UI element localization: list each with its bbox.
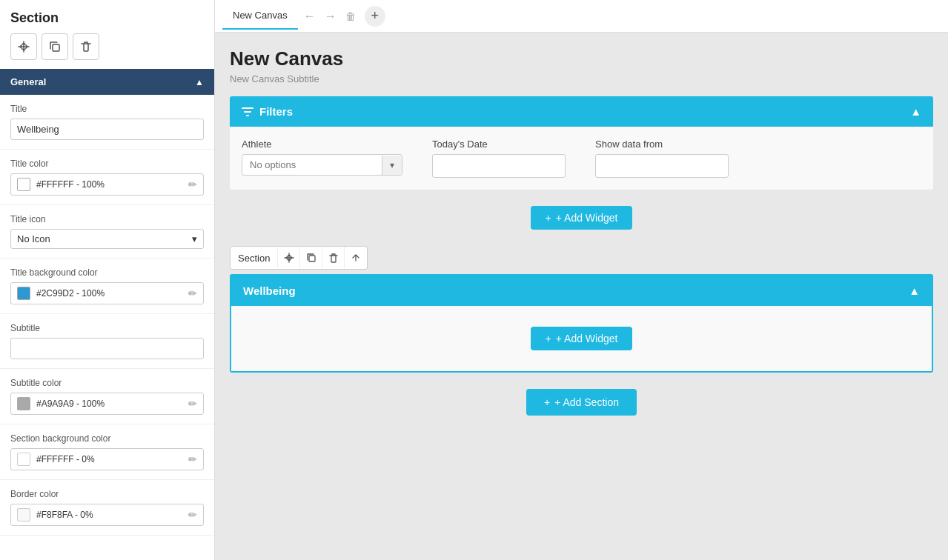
title-bg-color-swatch xyxy=(17,287,30,300)
todays-date-label: Today's Date xyxy=(432,139,566,150)
section-move-button[interactable] xyxy=(278,247,300,269)
canvas-subtitle: New Canvas Subtitle xyxy=(230,73,933,84)
subtitle-color-edit-icon[interactable]: ✏ xyxy=(188,398,197,410)
subtitle-color-group: Subtitle color #A9A9A9 - 100% ✏ xyxy=(0,369,214,424)
title-bg-color-edit-icon[interactable]: ✏ xyxy=(188,287,197,299)
subtitle-label: Subtitle xyxy=(10,323,204,333)
section-bg-color-value: #FFFFFF - 0% xyxy=(36,454,95,464)
delete-button[interactable] xyxy=(73,33,99,60)
right-panel: New Canvas ← → 🗑 + New Canvas New Canvas… xyxy=(215,0,948,560)
tab-new-canvas[interactable]: New Canvas xyxy=(222,2,298,30)
section-bg-color-row[interactable]: #FFFFFF - 0% ✏ xyxy=(10,448,204,470)
show-data-from-filter: Show data from xyxy=(595,139,729,178)
svg-rect-1 xyxy=(309,256,315,261)
wellbeing-body: + + Add Widget xyxy=(231,306,932,371)
title-bg-color-label: Title background color xyxy=(10,267,204,278)
section-bg-color-group: Section background color #FFFFFF - 0% ✏ xyxy=(0,424,214,480)
todays-date-filter: Today's Date xyxy=(432,139,566,178)
title-bg-color-group: Title background color #2C99D2 - 100% ✏ xyxy=(0,259,214,314)
general-section-header[interactable]: General ▲ xyxy=(0,69,214,95)
move-button[interactable] xyxy=(10,33,37,60)
subtitle-color-swatch xyxy=(17,397,30,410)
border-color-value: #F8F8FA - 0% xyxy=(36,510,93,520)
wellbeing-section: Wellbeing ▲ + + Add Widget xyxy=(230,274,933,373)
section-toolbar: Section xyxy=(230,246,368,270)
athlete-input[interactable] xyxy=(242,155,382,175)
section-up-button[interactable] xyxy=(345,247,367,269)
left-panel: Section General ▲ Title Title color xyxy=(0,0,215,560)
add-widget-label-1: + Add Widget xyxy=(556,212,618,224)
add-widget-button-2[interactable]: + + Add Widget xyxy=(531,327,633,350)
title-color-row[interactable]: #FFFFFF - 100% ✏ xyxy=(10,173,204,196)
copy-button[interactable] xyxy=(42,33,68,60)
subtitle-color-row[interactable]: #A9A9A9 - 100% ✏ xyxy=(10,393,204,415)
athlete-input-row: ▾ xyxy=(242,154,402,176)
border-color-edit-icon[interactable]: ✏ xyxy=(188,509,197,521)
tab-bar: New Canvas ← → 🗑 + xyxy=(215,0,948,33)
filters-body: Athlete ▾ Today's Date Show data from xyxy=(230,127,933,190)
title-color-swatch xyxy=(17,178,30,191)
tab-add-button[interactable]: + xyxy=(365,6,385,27)
section-bg-color-edit-icon[interactable]: ✏ xyxy=(188,453,197,465)
filters-header[interactable]: Filters ▲ xyxy=(230,96,933,127)
wellbeing-header[interactable]: Wellbeing ▲ xyxy=(231,276,932,306)
show-data-from-input[interactable] xyxy=(595,154,729,178)
filters-collapse-icon: ▲ xyxy=(910,105,921,118)
panel-title: Section xyxy=(0,0,214,33)
add-widget-icon-2: + xyxy=(546,333,551,344)
subtitle-input[interactable] xyxy=(10,338,204,359)
wellbeing-collapse-icon: ▲ xyxy=(909,284,920,297)
canvas-title: New Canvas xyxy=(230,47,933,70)
subtitle-color-label: Subtitle color xyxy=(10,378,204,388)
section-bg-color-swatch xyxy=(17,453,30,466)
title-icon-label: Title icon xyxy=(10,214,204,224)
title-color-label: Title color xyxy=(10,159,204,169)
athlete-dropdown-btn[interactable]: ▾ xyxy=(382,156,402,175)
filters-title: Filters xyxy=(259,105,293,118)
panel-toolbar xyxy=(0,33,214,69)
svg-rect-0 xyxy=(53,44,59,51)
filter-icon xyxy=(242,106,253,118)
add-widget-button-1[interactable]: + + Add Widget xyxy=(531,206,633,230)
add-section-label: + Add Section xyxy=(554,396,619,408)
general-chevron-icon: ▲ xyxy=(195,77,204,87)
todays-date-input[interactable] xyxy=(432,154,566,178)
title-label: Title xyxy=(10,104,204,114)
title-bg-color-value: #2C99D2 - 100% xyxy=(36,288,105,299)
title-group: Title xyxy=(0,95,214,150)
title-bg-color-row[interactable]: #2C99D2 - 100% ✏ xyxy=(10,282,204,304)
section-bg-color-label: Section background color xyxy=(10,433,204,444)
title-icon-select[interactable]: No Icon ▾ xyxy=(10,229,204,249)
title-color-group: Title color #FFFFFF - 100% ✏ xyxy=(0,150,214,205)
title-icon-group: Title icon No Icon ▾ xyxy=(0,205,214,259)
border-color-label: Border color xyxy=(10,489,204,499)
general-section-label: General xyxy=(10,76,46,87)
wellbeing-title: Wellbeing xyxy=(243,284,296,297)
section-copy-button[interactable] xyxy=(300,247,322,269)
border-color-swatch xyxy=(17,508,30,521)
subtitle-group: Subtitle xyxy=(0,314,214,369)
add-widget-label-2: + Add Widget xyxy=(556,333,618,344)
tab-delete-button[interactable]: 🗑 xyxy=(342,9,359,24)
section-delete-button[interactable] xyxy=(322,247,345,269)
add-section-icon: + xyxy=(544,396,550,408)
tab-back-button[interactable]: ← xyxy=(301,8,319,24)
title-color-edit-icon[interactable]: ✏ xyxy=(188,179,197,190)
chevron-down-icon: ▾ xyxy=(192,233,197,244)
border-color-row[interactable]: #F8F8FA - 0% ✏ xyxy=(10,504,204,526)
subtitle-color-value: #A9A9A9 - 100% xyxy=(36,399,105,409)
show-data-from-label: Show data from xyxy=(595,139,729,150)
title-input[interactable] xyxy=(10,119,204,140)
section-toolbar-label: Section xyxy=(231,249,278,267)
border-color-group: Border color #F8F8FA - 0% ✏ xyxy=(0,480,214,536)
add-section-button[interactable]: + + Add Section xyxy=(526,389,637,416)
filters-section: Filters ▲ Athlete ▾ Today's Date xyxy=(230,96,933,190)
athlete-label: Athlete xyxy=(242,139,402,150)
title-icon-value: No Icon xyxy=(17,233,50,244)
athlete-filter: Athlete ▾ xyxy=(242,139,402,176)
title-color-value: #FFFFFF - 100% xyxy=(36,179,105,190)
add-widget-icon-1: + xyxy=(546,212,551,224)
wellbeing-section-wrapper: Section xyxy=(230,274,933,373)
canvas-area: New Canvas New Canvas Subtitle Filters ▲… xyxy=(215,33,948,560)
tab-forward-button[interactable]: → xyxy=(322,8,339,24)
